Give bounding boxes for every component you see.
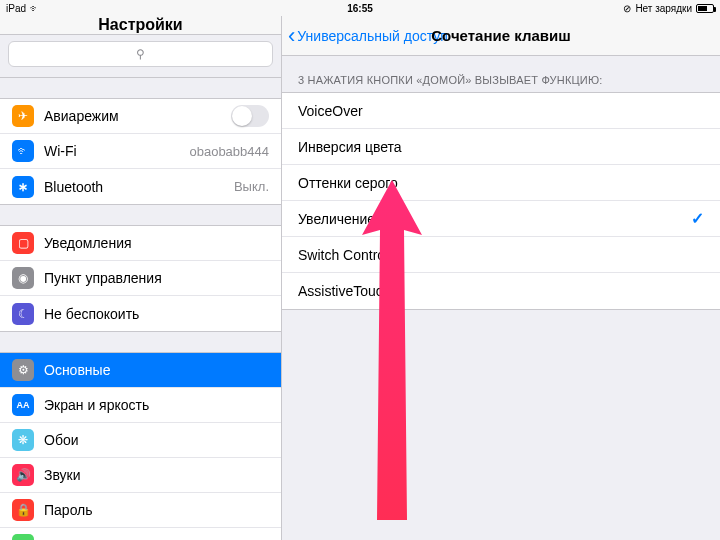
option-label: Увеличение <box>298 211 691 227</box>
sidebar-item-label: Звуки <box>44 467 269 483</box>
option-label: VoiceOver <box>298 103 704 119</box>
wallpaper-icon: ❋ <box>12 429 34 451</box>
option-switch-control[interactable]: Switch Control <box>282 237 720 273</box>
sidebar: Настройки ⚲ ✈ Авиарежим ᯤ Wi-Fi obaobabb… <box>0 16 282 540</box>
option-label: AssistiveTouch <box>298 283 704 299</box>
sidebar-item-dnd[interactable]: ☾ Не беспокоить <box>0 296 281 331</box>
sidebar-item-general[interactable]: ⚙ Основные <box>0 353 281 388</box>
sidebar-item-label: Пункт управления <box>44 270 269 286</box>
sidebar-item-sounds[interactable]: 🔊 Звуки <box>0 458 281 493</box>
bluetooth-status: Выкл. <box>234 179 269 194</box>
option-label: Инверсия цвета <box>298 139 704 155</box>
option-voiceover[interactable]: VoiceOver <box>282 93 720 129</box>
option-invert-colors[interactable]: Инверсия цвета <box>282 129 720 165</box>
device-label: iPad <box>6 3 26 14</box>
chevron-left-icon: ‹ <box>288 25 295 47</box>
sidebar-item-label: Обои <box>44 432 269 448</box>
lock-icon: 🔒 <box>12 499 34 521</box>
page-title: Сочетание клавиш <box>431 27 570 44</box>
back-label: Универсальный доступ <box>297 28 448 44</box>
sidebar-title: Настройки <box>0 16 281 35</box>
status-time: 16:55 <box>347 3 373 14</box>
detail-pane: ‹ Универсальный доступ Сочетание клавиш … <box>282 16 720 540</box>
sidebar-item-label: Уведомления <box>44 235 269 251</box>
shortcut-option-list: VoiceOver Инверсия цвета Оттенки серого … <box>282 92 720 310</box>
option-label: Оттенки серого <box>298 175 704 191</box>
option-zoom[interactable]: Увеличение ✓ <box>282 201 720 237</box>
status-bar: iPad ᯤ 16:55 ⊘ Нет зарядки <box>0 0 720 16</box>
detail-header: ‹ Универсальный доступ Сочетание клавиш <box>282 16 720 56</box>
search-icon: ⚲ <box>136 47 145 61</box>
sidebar-item-label: Bluetooth <box>44 179 224 195</box>
option-grayscale[interactable]: Оттенки серого <box>282 165 720 201</box>
sidebar-item-display[interactable]: AA Экран и яркость <box>0 388 281 423</box>
wifi-icon: ᯤ <box>30 3 40 14</box>
charging-status: Нет зарядки <box>635 3 692 14</box>
section-caption: 3 НАЖАТИЯ КНОПКИ «ДОМОЙ» ВЫЗЫВАЕТ ФУНКЦИ… <box>282 56 720 92</box>
sidebar-item-airplane[interactable]: ✈ Авиарежим <box>0 99 281 134</box>
sidebar-item-label: Экран и яркость <box>44 397 269 413</box>
wifi-settings-icon: ᯤ <box>12 140 34 162</box>
airplane-icon: ✈ <box>12 105 34 127</box>
sidebar-item-wallpaper[interactable]: ❋ Обои <box>0 423 281 458</box>
not-charging-icon: ⊘ <box>623 3 631 14</box>
gear-icon: ⚙ <box>12 359 34 381</box>
back-button[interactable]: ‹ Универсальный доступ <box>282 25 448 47</box>
sidebar-item-bluetooth[interactable]: ∗ Bluetooth Выкл. <box>0 169 281 204</box>
option-label: Switch Control <box>298 247 704 263</box>
sidebar-item-wifi[interactable]: ᯤ Wi-Fi obaobabb444 <box>0 134 281 169</box>
control-center-icon: ◉ <box>12 267 34 289</box>
battery-icon <box>696 4 714 13</box>
notifications-icon: ▢ <box>12 232 34 254</box>
sounds-icon: 🔊 <box>12 464 34 486</box>
sidebar-item-notifications[interactable]: ▢ Уведомления <box>0 226 281 261</box>
airplane-switch[interactable] <box>231 105 269 127</box>
moon-icon: ☾ <box>12 303 34 325</box>
display-icon: AA <box>12 394 34 416</box>
bluetooth-icon: ∗ <box>12 176 34 198</box>
checkmark-icon: ✓ <box>691 209 704 228</box>
sidebar-item-passcode[interactable]: 🔒 Пароль <box>0 493 281 528</box>
sidebar-item-label: Не беспокоить <box>44 306 269 322</box>
sidebar-group-connectivity: ✈ Авиарежим ᯤ Wi-Fi obaobabb444 ∗ Blueto… <box>0 98 281 205</box>
sidebar-item-label: Wi-Fi <box>44 143 179 159</box>
option-assistive-touch[interactable]: AssistiveTouch <box>282 273 720 309</box>
wifi-network-name: obaobabb444 <box>189 144 269 159</box>
sidebar-item-battery[interactable]: ▮ Аккумулятор <box>0 528 281 540</box>
sidebar-group-general: ⚙ Основные AA Экран и яркость ❋ Обои 🔊 З… <box>0 352 281 540</box>
battery-settings-icon: ▮ <box>12 534 34 540</box>
sidebar-item-label: Пароль <box>44 502 269 518</box>
sidebar-item-label: Авиарежим <box>44 108 221 124</box>
search-input[interactable]: ⚲ <box>8 41 273 67</box>
sidebar-group-alerts: ▢ Уведомления ◉ Пункт управления ☾ Не бе… <box>0 225 281 332</box>
sidebar-item-control-center[interactable]: ◉ Пункт управления <box>0 261 281 296</box>
sidebar-item-label: Основные <box>44 362 269 378</box>
